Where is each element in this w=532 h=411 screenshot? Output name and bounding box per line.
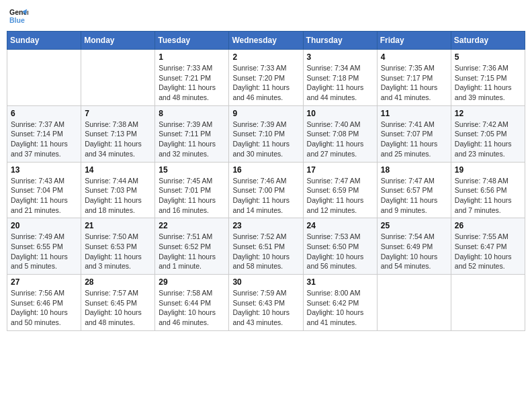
calendar-cell: 20Sunrise: 7:49 AM Sunset: 6:55 PM Dayli… (7, 218, 81, 275)
day-number: 14 (85, 165, 151, 175)
day-number: 26 (455, 221, 521, 230)
calendar-cell: 8Sunrise: 7:39 AM Sunset: 7:11 PM Daylig… (155, 105, 229, 162)
day-number: 18 (381, 165, 447, 175)
day-info: Sunrise: 7:52 AM Sunset: 6:51 PM Dayligh… (232, 232, 299, 271)
calendar-cell: 2Sunrise: 7:33 AM Sunset: 7:20 PM Daylig… (229, 50, 303, 106)
calendar-cell: 10Sunrise: 7:40 AM Sunset: 7:08 PM Dayli… (303, 105, 377, 162)
day-info: Sunrise: 7:38 AM Sunset: 7:13 PM Dayligh… (85, 120, 151, 159)
day-info: Sunrise: 7:55 AM Sunset: 6:47 PM Dayligh… (455, 232, 521, 271)
day-number: 9 (232, 109, 299, 118)
logo: General Blue (9, 7, 31, 26)
day-number: 10 (307, 109, 373, 118)
day-info: Sunrise: 7:46 AM Sunset: 7:00 PM Dayligh… (232, 176, 299, 216)
calendar-cell: 15Sunrise: 7:45 AM Sunset: 7:01 PM Dayli… (155, 162, 229, 218)
day-info: Sunrise: 7:37 AM Sunset: 7:14 PM Dayligh… (11, 120, 77, 159)
day-number: 13 (11, 165, 77, 175)
calendar-cell: 6Sunrise: 7:37 AM Sunset: 7:14 PM Daylig… (7, 105, 81, 162)
day-number: 22 (159, 221, 225, 230)
day-info: Sunrise: 7:41 AM Sunset: 7:07 PM Dayligh… (381, 120, 447, 159)
calendar-cell: 17Sunrise: 7:47 AM Sunset: 6:59 PM Dayli… (303, 162, 377, 218)
calendar-cell: 27Sunrise: 7:56 AM Sunset: 6:46 PM Dayli… (7, 275, 81, 331)
day-of-week-header: Thursday (303, 32, 377, 50)
calendar-cell: 29Sunrise: 7:58 AM Sunset: 6:44 PM Dayli… (155, 275, 229, 331)
day-number: 1 (159, 52, 225, 62)
day-info: Sunrise: 7:57 AM Sunset: 6:45 PM Dayligh… (85, 288, 151, 328)
calendar-cell: 23Sunrise: 7:52 AM Sunset: 6:51 PM Dayli… (229, 218, 303, 275)
day-number: 12 (455, 109, 521, 118)
day-number: 3 (307, 52, 373, 62)
calendar-cell: 13Sunrise: 7:43 AM Sunset: 7:04 PM Dayli… (7, 162, 81, 218)
day-number: 20 (11, 221, 77, 230)
calendar-cell: 11Sunrise: 7:41 AM Sunset: 7:07 PM Dayli… (377, 105, 451, 162)
day-info: Sunrise: 7:48 AM Sunset: 6:56 PM Dayligh… (455, 176, 521, 216)
calendar-cell (377, 275, 451, 331)
calendar-cell: 18Sunrise: 7:47 AM Sunset: 6:57 PM Dayli… (377, 162, 451, 218)
day-info: Sunrise: 7:45 AM Sunset: 7:01 PM Dayligh… (159, 176, 225, 216)
calendar-cell: 19Sunrise: 7:48 AM Sunset: 6:56 PM Dayli… (451, 162, 525, 218)
day-info: Sunrise: 7:42 AM Sunset: 7:05 PM Dayligh… (455, 120, 521, 159)
day-info: Sunrise: 7:56 AM Sunset: 6:46 PM Dayligh… (11, 288, 77, 328)
day-info: Sunrise: 7:53 AM Sunset: 6:50 PM Dayligh… (307, 232, 373, 271)
day-info: Sunrise: 7:51 AM Sunset: 6:52 PM Dayligh… (159, 232, 225, 271)
day-number: 4 (381, 52, 447, 62)
day-number: 16 (232, 165, 299, 175)
day-info: Sunrise: 7:34 AM Sunset: 7:18 PM Dayligh… (307, 63, 373, 103)
calendar-cell: 1Sunrise: 7:33 AM Sunset: 7:21 PM Daylig… (155, 50, 229, 106)
day-number: 5 (455, 52, 521, 62)
calendar-table: SundayMondayTuesdayWednesdayThursdayFrid… (7, 31, 525, 331)
day-info: Sunrise: 7:54 AM Sunset: 6:49 PM Dayligh… (381, 232, 447, 271)
calendar-cell (81, 50, 155, 106)
calendar-week-row: 6Sunrise: 7:37 AM Sunset: 7:14 PM Daylig… (7, 105, 525, 162)
day-of-week-header: Monday (81, 32, 155, 50)
svg-text:Blue: Blue (9, 16, 25, 24)
day-info: Sunrise: 7:58 AM Sunset: 6:44 PM Dayligh… (159, 288, 225, 328)
calendar-cell (7, 50, 81, 106)
day-info: Sunrise: 7:50 AM Sunset: 6:53 PM Dayligh… (85, 232, 151, 271)
day-info: Sunrise: 7:47 AM Sunset: 6:59 PM Dayligh… (307, 176, 373, 216)
day-number: 28 (85, 277, 151, 287)
page-header: General Blue (7, 7, 525, 26)
day-info: Sunrise: 8:00 AM Sunset: 6:42 PM Dayligh… (307, 288, 373, 328)
calendar-cell: 31Sunrise: 8:00 AM Sunset: 6:42 PM Dayli… (303, 275, 377, 331)
day-number: 23 (232, 221, 299, 230)
day-info: Sunrise: 7:39 AM Sunset: 7:10 PM Dayligh… (232, 120, 299, 159)
calendar-cell: 21Sunrise: 7:50 AM Sunset: 6:53 PM Dayli… (81, 218, 155, 275)
calendar-cell: 3Sunrise: 7:34 AM Sunset: 7:18 PM Daylig… (303, 50, 377, 106)
calendar-cell: 14Sunrise: 7:44 AM Sunset: 7:03 PM Dayli… (81, 162, 155, 218)
day-info: Sunrise: 7:36 AM Sunset: 7:15 PM Dayligh… (455, 63, 521, 103)
day-info: Sunrise: 7:47 AM Sunset: 6:57 PM Dayligh… (381, 176, 447, 216)
day-number: 19 (455, 165, 521, 175)
day-info: Sunrise: 7:43 AM Sunset: 7:04 PM Dayligh… (11, 176, 77, 216)
calendar-week-row: 20Sunrise: 7:49 AM Sunset: 6:55 PM Dayli… (7, 218, 525, 275)
calendar-cell: 16Sunrise: 7:46 AM Sunset: 7:00 PM Dayli… (229, 162, 303, 218)
calendar-week-row: 1Sunrise: 7:33 AM Sunset: 7:21 PM Daylig… (7, 50, 525, 106)
calendar-cell: 26Sunrise: 7:55 AM Sunset: 6:47 PM Dayli… (451, 218, 525, 275)
calendar-cell: 7Sunrise: 7:38 AM Sunset: 7:13 PM Daylig… (81, 105, 155, 162)
calendar-cell: 4Sunrise: 7:35 AM Sunset: 7:17 PM Daylig… (377, 50, 451, 106)
calendar-header-row: SundayMondayTuesdayWednesdayThursdayFrid… (7, 32, 525, 50)
calendar-cell: 25Sunrise: 7:54 AM Sunset: 6:49 PM Dayli… (377, 218, 451, 275)
day-info: Sunrise: 7:35 AM Sunset: 7:17 PM Dayligh… (381, 63, 447, 103)
day-number: 30 (232, 277, 299, 287)
calendar-cell: 5Sunrise: 7:36 AM Sunset: 7:15 PM Daylig… (451, 50, 525, 106)
day-of-week-header: Sunday (7, 32, 81, 50)
day-number: 27 (11, 277, 77, 287)
day-number: 11 (381, 109, 447, 118)
day-info: Sunrise: 7:33 AM Sunset: 7:21 PM Dayligh… (159, 63, 225, 103)
day-info: Sunrise: 7:49 AM Sunset: 6:55 PM Dayligh… (11, 232, 77, 271)
day-number: 17 (307, 165, 373, 175)
day-number: 24 (307, 221, 373, 230)
day-of-week-header: Saturday (451, 32, 525, 50)
calendar-cell: 24Sunrise: 7:53 AM Sunset: 6:50 PM Dayli… (303, 218, 377, 275)
day-of-week-header: Friday (377, 32, 451, 50)
day-number: 21 (85, 221, 151, 230)
calendar-cell (451, 275, 525, 331)
day-number: 6 (11, 109, 77, 118)
day-info: Sunrise: 7:39 AM Sunset: 7:11 PM Dayligh… (159, 120, 225, 159)
day-info: Sunrise: 7:40 AM Sunset: 7:08 PM Dayligh… (307, 120, 373, 159)
logo-icon: General Blue (9, 7, 28, 26)
day-number: 31 (307, 277, 373, 287)
calendar-cell: 9Sunrise: 7:39 AM Sunset: 7:10 PM Daylig… (229, 105, 303, 162)
day-info: Sunrise: 7:33 AM Sunset: 7:20 PM Dayligh… (232, 63, 299, 103)
day-of-week-header: Tuesday (155, 32, 229, 50)
